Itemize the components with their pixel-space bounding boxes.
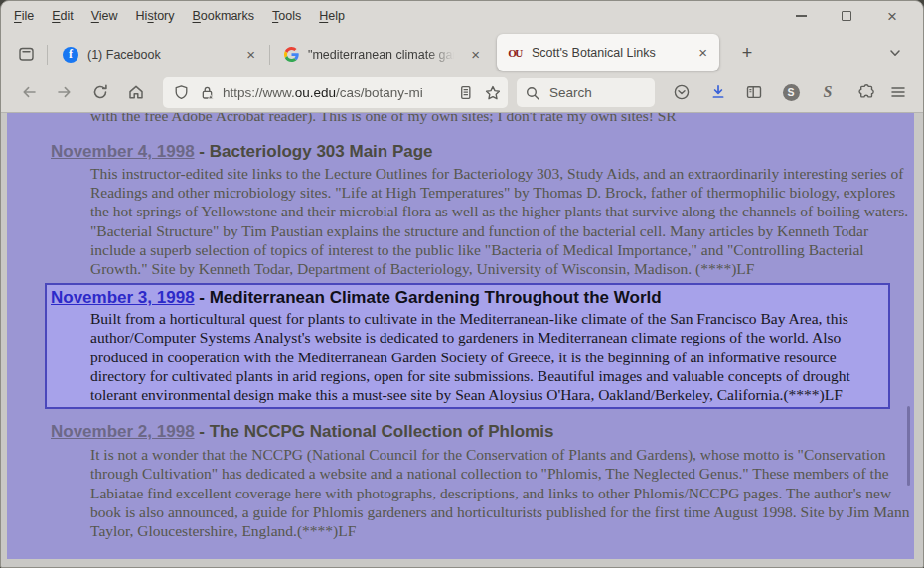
tab-google-search[interactable]: "mediterranean climate gardeni × <box>273 38 492 71</box>
entry-heading: November 4, 1998 - Bacteriology 303 Main… <box>51 141 910 162</box>
search-bar[interactable] <box>517 78 655 107</box>
entry-date-link[interactable]: November 3, 1998 <box>51 288 195 307</box>
extension-s-badge-button[interactable]: S <box>777 78 805 106</box>
minimize-button[interactable] <box>778 1 824 31</box>
window-controls: × <box>778 1 915 31</box>
sidebar-icon <box>745 83 763 101</box>
menu-history[interactable]: History <box>127 5 184 27</box>
entry-date-link[interactable]: November 2, 1998 <box>51 422 195 441</box>
close-icon: × <box>887 8 897 25</box>
menu-label-part: ools <box>278 9 301 23</box>
back-arrow-icon <box>20 83 38 101</box>
pocket-icon <box>673 83 691 101</box>
extension-s-letter-button[interactable]: S <box>814 78 842 106</box>
tab-facebook[interactable]: f (1) Facebook × <box>53 38 267 71</box>
puzzle-piece-icon <box>856 83 874 101</box>
minimize-icon <box>796 15 807 17</box>
google-icon <box>283 47 299 63</box>
search-icon <box>525 85 540 101</box>
tab-label: Scott's Botanical Links <box>532 46 687 60</box>
browser-chrome: File Edit View History Bookmarks Tools H… <box>1 1 923 113</box>
extensions-button[interactable] <box>851 78 879 106</box>
menu-file[interactable]: File <box>5 5 43 27</box>
menu-label-part: ile <box>22 9 35 23</box>
entry-november-4: November 4, 1998 - Bacteriology 303 Main… <box>51 141 910 278</box>
heading-separator: - <box>195 288 210 307</box>
menu-label-part: elp <box>328 9 345 23</box>
menu-label-part: tory <box>154 9 175 23</box>
extension-s-badge-icon: S <box>783 84 800 101</box>
reload-button[interactable] <box>84 77 116 107</box>
firefox-view-button[interactable] <box>11 39 41 69</box>
plus-icon: + <box>742 43 753 64</box>
page-content: with the free Adobe Acrobat reader). Thi… <box>7 113 914 540</box>
new-tab-button[interactable]: + <box>733 39 761 67</box>
entry-title: Bacteriology 303 Main Page <box>210 142 433 161</box>
entry-description: This instructor-edited site links to the… <box>90 164 910 278</box>
url-path: /cas/botany-mi <box>336 85 423 100</box>
close-button[interactable]: × <box>869 1 915 31</box>
maximize-button[interactable] <box>824 1 869 31</box>
entry-title: The NCCPG National Collection of Phlomis <box>210 422 554 441</box>
insecure-lock-icon[interactable] <box>199 84 216 101</box>
entry-heading: November 2, 1998 - The NCCPG National Co… <box>51 421 910 442</box>
search-input[interactable] <box>547 84 647 101</box>
list-all-tabs-button[interactable] <box>881 39 909 67</box>
entry-november-3-highlighted: November 3, 1998 - Mediterranean Climate… <box>45 283 890 409</box>
downloads-button[interactable] <box>704 78 732 106</box>
tab-label: "mediterranean climate gardeni <box>308 48 459 62</box>
tab-close-icon[interactable]: × <box>693 44 713 61</box>
tab-close-icon[interactable]: × <box>240 46 261 63</box>
menu-view[interactable]: View <box>82 5 127 27</box>
tab-separator <box>269 45 270 65</box>
bookmark-star-icon[interactable] <box>484 84 502 102</box>
clipped-paragraph-line: with the free Adobe Acrobat reader). Thi… <box>90 113 910 125</box>
menu-help[interactable]: Help <box>310 5 354 27</box>
app-menu-button[interactable] <box>884 78 912 106</box>
url-bar[interactable]: https://www.ou.edu/cas/botany-mi <box>163 77 508 108</box>
scrollbar-thumb[interactable] <box>907 406 910 486</box>
reader-mode-icon[interactable] <box>457 84 474 101</box>
download-icon <box>709 83 727 101</box>
home-icon <box>127 83 145 101</box>
back-button[interactable] <box>13 77 45 107</box>
maximize-icon <box>842 11 851 21</box>
heading-separator: - <box>195 422 210 441</box>
tab-label: (1) Facebook <box>87 48 234 62</box>
hamburger-menu-icon <box>889 83 907 101</box>
menu-bar: File Edit View History Bookmarks Tools H… <box>5 1 354 31</box>
chevron-down-icon <box>887 45 903 61</box>
menu-bookmarks[interactable]: Bookmarks <box>184 5 264 27</box>
menu-label-part: ookmarks <box>201 9 254 23</box>
menu-label-accel: H <box>319 9 328 23</box>
sidebar-button[interactable] <box>740 78 768 106</box>
heading-separator: - <box>195 142 210 161</box>
forward-button[interactable] <box>49 77 80 107</box>
extension-s-letter-icon: S <box>824 83 833 101</box>
url-domain: ou.edu <box>295 85 336 100</box>
browser-window: File Edit View History Bookmarks Tools H… <box>0 0 924 568</box>
tab-scotts-botanical-links[interactable]: OU Scott's Botanical Links × <box>497 34 719 71</box>
home-button[interactable] <box>120 77 152 107</box>
tab-close-icon[interactable]: × <box>465 46 486 63</box>
menu-label-part: iew <box>99 9 118 23</box>
entry-description: It is not a wonder that the NCCPG (Natio… <box>90 445 910 540</box>
tab-separator <box>47 45 48 65</box>
menu-edit[interactable]: Edit <box>43 5 82 27</box>
url-scheme: https://www. <box>223 85 295 100</box>
menu-tools[interactable]: Tools <box>263 5 310 27</box>
ou-logo-icon: OU <box>507 45 523 61</box>
entry-november-2: November 2, 1998 - The NCCPG National Co… <box>51 421 910 540</box>
pocket-button[interactable] <box>668 78 695 106</box>
facebook-icon: f <box>63 47 78 63</box>
entry-heading: November 3, 1998 - Mediterranean Climate… <box>51 287 880 308</box>
entry-title: Mediterranean Climate Gardening Througho… <box>210 288 662 307</box>
menu-label-accel: E <box>52 9 60 23</box>
entry-date-link[interactable]: November 4, 1998 <box>51 142 195 161</box>
url-display[interactable]: https://www.ou.edu/cas/botany-mi <box>223 85 457 100</box>
firefox-view-icon <box>17 45 36 63</box>
menu-label-accel: F <box>14 9 22 23</box>
menu-label-part: Hi <box>136 9 148 23</box>
tracking-protection-shield-icon[interactable] <box>173 84 190 101</box>
forward-arrow-icon <box>56 83 74 101</box>
